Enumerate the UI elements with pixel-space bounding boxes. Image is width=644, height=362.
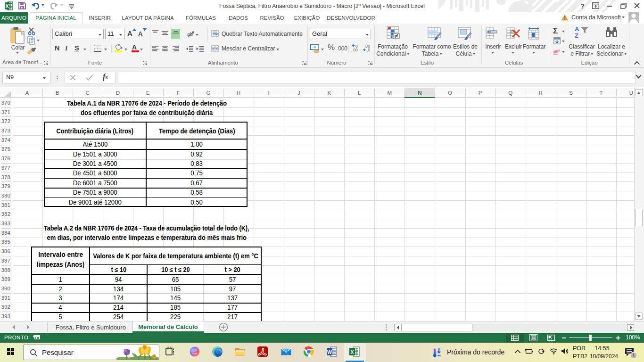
svg-text:X: X (350, 349, 354, 355)
svg-text:?: ? (580, 3, 585, 10)
svg-text:W: W (327, 349, 332, 355)
svg-text:Z: Z (575, 32, 578, 39)
svg-text:,00: ,00 (352, 48, 358, 52)
svg-text:A: A (575, 25, 579, 33)
svg-text:!: ! (564, 16, 565, 21)
svg-text:1: 1 (632, 353, 635, 358)
